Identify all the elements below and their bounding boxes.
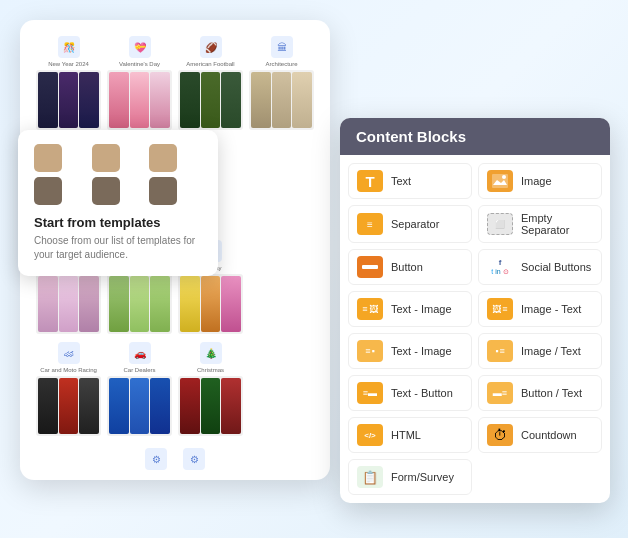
category-icon-christmas: 🎄 [200, 342, 222, 364]
gallery-item-placeholder [249, 240, 309, 334]
category-label-valentine: Valentine's Day [119, 61, 160, 67]
block-label-html: HTML [391, 429, 421, 441]
category-label-football: American Football [186, 61, 234, 67]
swatch-2[interactable] [92, 144, 120, 172]
gallery-item-newyear[interactable]: 🎊 New Year 2024 [36, 36, 101, 130]
templates-popup: Start from templates Choose from our lis… [18, 130, 218, 276]
block-icon-text-image-2: ≡▪ [357, 340, 383, 362]
block-label-button: Button [391, 261, 423, 273]
block-icon-text: T [357, 170, 383, 192]
category-images-newyear [36, 70, 101, 130]
block-icon-image [487, 170, 513, 192]
category-icon-architecture: 🏛 [271, 36, 293, 58]
gallery-item-car-dealers[interactable]: 🚗 Car Dealers [107, 342, 172, 436]
category-images-racing [36, 376, 101, 436]
more-icon-1[interactable]: ⚙ [145, 448, 167, 470]
category-label-racing: Car and Moto Racing [40, 367, 97, 373]
popup-description: Choose from our list of templates for yo… [34, 234, 202, 262]
popup-title: Start from templates [34, 215, 202, 230]
swatch-4[interactable] [34, 177, 62, 205]
swatch-5[interactable] [92, 177, 120, 205]
block-icon-countdown: ⏱ [487, 424, 513, 446]
category-icon-car-dealers: 🚗 [129, 342, 151, 364]
content-blocks-panel: Content Blocks T Text Image ≡ Separator … [340, 118, 610, 503]
block-text-image-1[interactable]: ≡🖼 Text - Image [348, 291, 472, 327]
block-image-text-2[interactable]: ▪≡ Image / Text [478, 333, 602, 369]
gallery-item-architecture[interactable]: 🏛 Architecture [249, 36, 314, 130]
block-icon-image-text-1: 🖼≡ [487, 298, 513, 320]
block-icon-html: </> [357, 424, 383, 446]
block-label-image: Image [521, 175, 552, 187]
gallery-item-valentine[interactable]: 💝 Valentine's Day [107, 36, 172, 130]
category-icon-newyear: 🎊 [58, 36, 80, 58]
swatch-3[interactable] [149, 144, 177, 172]
category-label-newyear: New Year 2024 [48, 61, 89, 67]
category-images-architecture [249, 70, 314, 130]
block-form-survey[interactable]: 📋 Form/Survey [348, 459, 472, 495]
swatch-6[interactable] [149, 177, 177, 205]
block-label-image-text-1: Image - Text [521, 303, 581, 315]
gallery-item-placeholder-2 [249, 342, 309, 436]
block-empty-separator[interactable]: ⬜ Empty Separator [478, 205, 602, 243]
block-social[interactable]: f t in ⊙ Social Buttons [478, 249, 602, 285]
panel-grid: T Text Image ≡ Separator ⬜ Empty Separat… [340, 155, 610, 503]
category-images-christmas [178, 376, 243, 436]
block-icon-text-button: ≡▬ [357, 382, 383, 404]
panel-title: Content Blocks [356, 128, 466, 145]
category-label-architecture: Architecture [265, 61, 297, 67]
block-icon-button [357, 256, 383, 278]
block-countdown[interactable]: ⏱ Countdown [478, 417, 602, 453]
category-icon-valentine: 💝 [129, 36, 151, 58]
block-label-text-image-2: Text - Image [391, 345, 452, 357]
block-icon-form-survey: 📋 [357, 466, 383, 488]
block-label-text-button: Text - Button [391, 387, 453, 399]
block-icon-button-text: ▬≡ [487, 382, 513, 404]
more-icon-2[interactable]: ⚙ [183, 448, 205, 470]
block-text[interactable]: T Text [348, 163, 472, 199]
category-images-football [178, 70, 243, 130]
block-label-separator: Separator [391, 218, 439, 230]
block-icon-separator: ≡ [357, 213, 383, 235]
block-image-text-1[interactable]: 🖼≡ Image - Text [478, 291, 602, 327]
block-icon-empty-separator: ⬜ [487, 213, 513, 235]
block-label-form-survey: Form/Survey [391, 471, 454, 483]
block-label-countdown: Countdown [521, 429, 577, 441]
category-images-car-dealers [107, 376, 172, 436]
block-html[interactable]: </> HTML [348, 417, 472, 453]
gallery-row-1: 🎊 New Year 2024 💝 Valentine's Day 🏈 Amer… [36, 36, 314, 130]
gallery-row-4: 🏎 Car and Moto Racing 🚗 Car Dealers 🎄 Ch… [36, 342, 314, 436]
block-label-button-text: Button / Text [521, 387, 582, 399]
block-label-empty-separator: Empty Separator [521, 212, 593, 236]
block-label-social: Social Buttons [521, 261, 591, 273]
block-label-text-image-1: Text - Image [391, 303, 452, 315]
gallery-item-football[interactable]: 🏈 American Football [178, 36, 243, 130]
block-icon-social: f t in ⊙ [487, 256, 513, 278]
block-separator[interactable]: ≡ Separator [348, 205, 472, 243]
swatch-1[interactable] [34, 144, 62, 172]
gallery-item-racing[interactable]: 🏎 Car and Moto Racing [36, 342, 101, 436]
block-text-image-2[interactable]: ≡▪ Text - Image [348, 333, 472, 369]
block-icon-image-text-2: ▪≡ [487, 340, 513, 362]
block-button[interactable]: Button [348, 249, 472, 285]
block-icon-text-image-1: ≡🖼 [357, 298, 383, 320]
category-images-cycling [107, 274, 172, 334]
category-images-birthday [178, 274, 243, 334]
block-label-text: Text [391, 175, 411, 187]
panel-header: Content Blocks [340, 118, 610, 155]
popup-swatches [34, 144, 202, 205]
category-images-valentine [107, 70, 172, 130]
block-button-text[interactable]: ▬≡ Button / Text [478, 375, 602, 411]
category-images-beauty [36, 274, 101, 334]
block-text-button[interactable]: ≡▬ Text - Button [348, 375, 472, 411]
svg-rect-4 [362, 265, 378, 269]
category-label-car-dealers: Car Dealers [123, 367, 155, 373]
block-image[interactable]: Image [478, 163, 602, 199]
category-icon-football: 🏈 [200, 36, 222, 58]
category-label-christmas: Christmas [197, 367, 224, 373]
gallery-item-christmas[interactable]: 🎄 Christmas [178, 342, 243, 436]
svg-point-2 [502, 175, 506, 179]
category-icon-racing: 🏎 [58, 342, 80, 364]
block-label-image-text-2: Image / Text [521, 345, 581, 357]
